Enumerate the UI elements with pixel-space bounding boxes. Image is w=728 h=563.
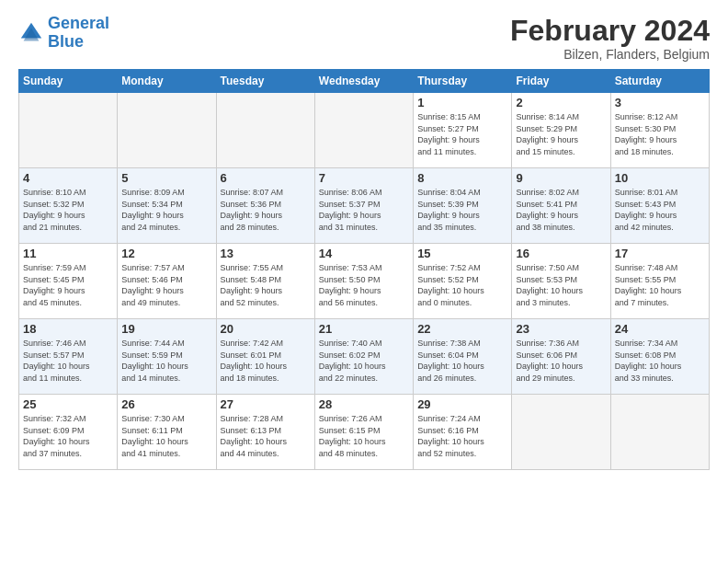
- calendar-cell: [610, 395, 709, 470]
- calendar-cell: 26Sunrise: 7:30 AM Sunset: 6:11 PM Dayli…: [118, 395, 216, 470]
- day-info: Sunrise: 7:55 AM Sunset: 5:48 PM Dayligh…: [221, 262, 311, 308]
- header: General Blue February 2024 Bilzen, Fland…: [18, 15, 710, 62]
- day-info: Sunrise: 8:02 AM Sunset: 5:41 PM Dayligh…: [516, 187, 606, 233]
- day-info: Sunrise: 7:44 AM Sunset: 5:59 PM Dayligh…: [121, 338, 211, 384]
- calendar-week-row: 4Sunrise: 8:10 AM Sunset: 5:32 PM Daylig…: [19, 168, 710, 244]
- day-info: Sunrise: 7:34 AM Sunset: 6:08 PM Dayligh…: [615, 338, 705, 384]
- calendar-cell: 14Sunrise: 7:53 AM Sunset: 5:50 PM Dayli…: [314, 244, 413, 319]
- day-number: 11: [23, 247, 113, 260]
- calendar-cell: 22Sunrise: 7:38 AM Sunset: 6:04 PM Dayli…: [414, 319, 512, 395]
- calendar-cell: [19, 93, 118, 168]
- col-header-saturday: Saturday: [610, 70, 709, 93]
- calendar-cell: 23Sunrise: 7:36 AM Sunset: 6:06 PM Dayli…: [512, 319, 610, 395]
- calendar-week-row: 1Sunrise: 8:15 AM Sunset: 5:27 PM Daylig…: [19, 93, 710, 168]
- col-header-wednesday: Wednesday: [314, 70, 413, 93]
- calendar-cell: 10Sunrise: 8:01 AM Sunset: 5:43 PM Dayli…: [610, 168, 709, 244]
- page: General Blue February 2024 Bilzen, Fland…: [0, 0, 728, 563]
- calendar-week-row: 11Sunrise: 7:59 AM Sunset: 5:45 PM Dayli…: [19, 244, 710, 319]
- day-number: 21: [319, 322, 409, 336]
- logo-icon: [18, 20, 44, 46]
- day-number: 26: [121, 397, 211, 411]
- day-info: Sunrise: 7:24 AM Sunset: 6:16 PM Dayligh…: [417, 413, 507, 459]
- day-info: Sunrise: 7:38 AM Sunset: 6:04 PM Dayligh…: [417, 338, 507, 384]
- calendar-cell: 20Sunrise: 7:42 AM Sunset: 6:01 PM Dayli…: [216, 319, 314, 395]
- day-info: Sunrise: 7:40 AM Sunset: 6:02 PM Dayligh…: [319, 338, 409, 384]
- calendar-cell: 6Sunrise: 8:07 AM Sunset: 5:36 PM Daylig…: [216, 168, 314, 244]
- calendar-cell: [118, 93, 216, 168]
- day-number: 14: [319, 247, 409, 260]
- calendar-cell: 28Sunrise: 7:26 AM Sunset: 6:15 PM Dayli…: [314, 395, 413, 470]
- day-number: 15: [417, 247, 507, 260]
- col-header-thursday: Thursday: [414, 70, 512, 93]
- calendar-header-row: SundayMondayTuesdayWednesdayThursdayFrid…: [19, 70, 710, 93]
- day-info: Sunrise: 7:57 AM Sunset: 5:46 PM Dayligh…: [121, 262, 211, 308]
- day-info: Sunrise: 7:26 AM Sunset: 6:15 PM Dayligh…: [319, 413, 409, 459]
- day-number: 19: [121, 322, 211, 336]
- day-number: 5: [121, 171, 211, 185]
- day-info: Sunrise: 7:48 AM Sunset: 5:55 PM Dayligh…: [615, 262, 705, 308]
- day-number: 12: [121, 247, 211, 260]
- logo-line2: Blue: [48, 32, 84, 51]
- calendar-week-row: 18Sunrise: 7:46 AM Sunset: 5:57 PM Dayli…: [19, 319, 710, 395]
- calendar-cell: 21Sunrise: 7:40 AM Sunset: 6:02 PM Dayli…: [314, 319, 413, 395]
- calendar-cell: 29Sunrise: 7:24 AM Sunset: 6:16 PM Dayli…: [414, 395, 512, 470]
- day-number: 20: [221, 322, 311, 336]
- day-info: Sunrise: 8:06 AM Sunset: 5:37 PM Dayligh…: [319, 187, 409, 233]
- day-info: Sunrise: 7:53 AM Sunset: 5:50 PM Dayligh…: [319, 262, 409, 308]
- day-number: 3: [615, 96, 705, 109]
- day-info: Sunrise: 8:04 AM Sunset: 5:39 PM Dayligh…: [417, 187, 507, 233]
- logo-line1: General: [48, 14, 109, 32]
- calendar-cell: [216, 93, 314, 168]
- col-header-tuesday: Tuesday: [216, 70, 314, 93]
- day-info: Sunrise: 8:09 AM Sunset: 5:34 PM Dayligh…: [121, 187, 211, 233]
- calendar-cell: 27Sunrise: 7:28 AM Sunset: 6:13 PM Dayli…: [216, 395, 314, 470]
- calendar-week-row: 25Sunrise: 7:32 AM Sunset: 6:09 PM Dayli…: [19, 395, 710, 470]
- day-info: Sunrise: 7:59 AM Sunset: 5:45 PM Dayligh…: [23, 262, 113, 308]
- logo-text: General Blue: [48, 15, 109, 52]
- calendar-table: SundayMondayTuesdayWednesdayThursdayFrid…: [18, 69, 710, 470]
- day-number: 7: [319, 171, 409, 185]
- day-info: Sunrise: 7:28 AM Sunset: 6:13 PM Dayligh…: [221, 413, 311, 459]
- day-number: 9: [516, 171, 606, 185]
- calendar-cell: 13Sunrise: 7:55 AM Sunset: 5:48 PM Dayli…: [216, 244, 314, 319]
- day-number: 10: [615, 171, 705, 185]
- day-info: Sunrise: 7:52 AM Sunset: 5:52 PM Dayligh…: [417, 262, 507, 308]
- day-number: 29: [417, 397, 507, 411]
- calendar-cell: [314, 93, 413, 168]
- day-info: Sunrise: 7:32 AM Sunset: 6:09 PM Dayligh…: [23, 413, 113, 459]
- title-block: February 2024 Bilzen, Flanders, Belgium: [510, 15, 710, 62]
- calendar-cell: 24Sunrise: 7:34 AM Sunset: 6:08 PM Dayli…: [610, 319, 709, 395]
- day-number: 22: [417, 322, 507, 336]
- calendar-cell: 4Sunrise: 8:10 AM Sunset: 5:32 PM Daylig…: [19, 168, 118, 244]
- day-number: 8: [417, 171, 507, 185]
- calendar-cell: 19Sunrise: 7:44 AM Sunset: 5:59 PM Dayli…: [118, 319, 216, 395]
- day-number: 4: [23, 171, 113, 185]
- calendar-cell: 18Sunrise: 7:46 AM Sunset: 5:57 PM Dayli…: [19, 319, 118, 395]
- calendar-cell: 5Sunrise: 8:09 AM Sunset: 5:34 PM Daylig…: [118, 168, 216, 244]
- calendar-cell: 12Sunrise: 7:57 AM Sunset: 5:46 PM Dayli…: [118, 244, 216, 319]
- col-header-monday: Monday: [118, 70, 216, 93]
- day-info: Sunrise: 8:15 AM Sunset: 5:27 PM Dayligh…: [417, 111, 507, 157]
- day-number: 17: [615, 247, 705, 260]
- calendar-cell: 7Sunrise: 8:06 AM Sunset: 5:37 PM Daylig…: [314, 168, 413, 244]
- calendar-cell: 8Sunrise: 8:04 AM Sunset: 5:39 PM Daylig…: [414, 168, 512, 244]
- day-info: Sunrise: 8:01 AM Sunset: 5:43 PM Dayligh…: [615, 187, 705, 233]
- month-year-title: February 2024: [510, 15, 710, 47]
- day-info: Sunrise: 7:50 AM Sunset: 5:53 PM Dayligh…: [516, 262, 606, 308]
- calendar-cell: 16Sunrise: 7:50 AM Sunset: 5:53 PM Dayli…: [512, 244, 610, 319]
- calendar-cell: 1Sunrise: 8:15 AM Sunset: 5:27 PM Daylig…: [414, 93, 512, 168]
- day-info: Sunrise: 7:30 AM Sunset: 6:11 PM Dayligh…: [121, 413, 211, 459]
- day-info: Sunrise: 8:07 AM Sunset: 5:36 PM Dayligh…: [221, 187, 311, 233]
- day-number: 16: [516, 247, 606, 260]
- col-header-friday: Friday: [512, 70, 610, 93]
- logo: General Blue: [18, 15, 109, 52]
- calendar-cell: 9Sunrise: 8:02 AM Sunset: 5:41 PM Daylig…: [512, 168, 610, 244]
- day-number: 6: [221, 171, 311, 185]
- day-info: Sunrise: 7:46 AM Sunset: 5:57 PM Dayligh…: [23, 338, 113, 384]
- calendar-cell: [512, 395, 610, 470]
- day-number: 28: [319, 397, 409, 411]
- day-info: Sunrise: 8:10 AM Sunset: 5:32 PM Dayligh…: [23, 187, 113, 233]
- day-number: 1: [417, 96, 507, 109]
- day-number: 27: [221, 397, 311, 411]
- location-label: Bilzen, Flanders, Belgium: [510, 47, 710, 62]
